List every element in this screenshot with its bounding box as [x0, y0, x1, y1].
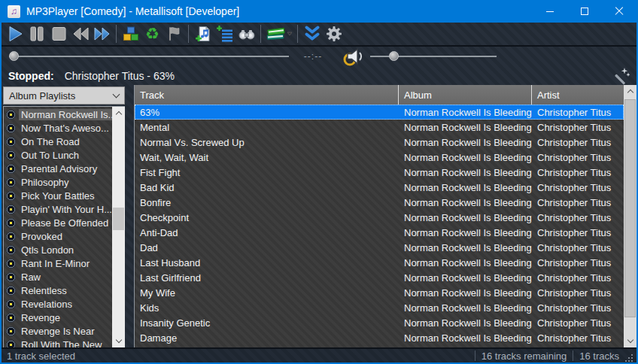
album-disc-icon	[6, 286, 16, 296]
playlist-item[interactable]: Now That's Aweso...	[4, 121, 112, 135]
playlist-item[interactable]: Playin' With Your H...	[4, 202, 112, 216]
cell-artist: Christopher Titus	[532, 257, 624, 268]
cell-artist: Christopher Titus	[532, 317, 624, 329]
column-header-track[interactable]: Track	[135, 85, 399, 105]
now-playing-bar: Stopped: Christopher Titus - 63%	[2, 66, 636, 85]
rewind-button[interactable]	[69, 23, 91, 44]
pause-button[interactable]	[26, 23, 47, 44]
scroll-down-button[interactable]	[112, 335, 125, 347]
cell-track: Checkpoint	[135, 212, 399, 223]
playlist-item[interactable]: Parental Advisory	[4, 162, 112, 175]
cell-artist: Christopher Titus	[532, 197, 624, 208]
playlist-item[interactable]: Revenge Is Near	[4, 324, 112, 338]
table-row[interactable]: Last Girlfriend Norman Rockwell Is Bleed…	[135, 270, 624, 285]
resize-grip[interactable]	[625, 354, 633, 362]
stop-button[interactable]	[47, 23, 69, 44]
playlist-type-select[interactable]: Album Playlists	[3, 86, 125, 105]
sidebar-scrollbar-thumb[interactable]	[113, 208, 124, 230]
add-track-button[interactable]	[192, 23, 214, 44]
cell-album: Norman Rockwell Is Bleeding	[399, 167, 532, 178]
playlist-item[interactable]: Raw	[4, 270, 112, 284]
add-playlist-button[interactable]	[214, 23, 235, 44]
maximize-button[interactable]	[567, 0, 602, 23]
playlist-item[interactable]: Pick Your Battles	[4, 189, 112, 202]
minimize-button[interactable]	[533, 0, 567, 23]
cell-artist: Christopher Titus	[532, 107, 624, 118]
rewind-icon	[71, 25, 90, 43]
cell-artist: Christopher Titus	[532, 167, 624, 178]
magic-wand-icon[interactable]	[610, 67, 630, 85]
cell-artist: Christopher Titus	[532, 227, 624, 238]
table-row[interactable]: Anti-Dad Norman Rockwell Is Bleeding Chr…	[135, 225, 624, 240]
table-row[interactable]: Insanity Genetic Norman Rockwell Is Blee…	[135, 315, 624, 330]
playlist-item[interactable]: Relentless	[4, 284, 112, 297]
table-row[interactable]: 63% Norman Rockwell Is Bleeding Christop…	[135, 105, 624, 120]
scroll-up-button[interactable]	[624, 85, 636, 98]
playlist-item[interactable]: Roll With The New	[4, 338, 112, 347]
scroll-down-button[interactable]	[624, 335, 636, 347]
flag-button[interactable]	[163, 23, 185, 44]
album-disc-icon	[6, 313, 16, 323]
table-row[interactable]: Wait, Wait, Wait Norman Rockwell Is Blee…	[135, 150, 624, 165]
table-row[interactable]: Mental Norman Rockwell Is Bleeding Chris…	[135, 120, 624, 135]
playlist-item[interactable]: Norman Rockwell Is...	[4, 108, 112, 121]
album-disc-icon	[6, 205, 16, 214]
cell-artist: Christopher Titus	[532, 152, 624, 163]
window-title: MP3Player [Comedy] - Metallisoft [Develo…	[26, 5, 533, 17]
playlist-item[interactable]: Revenge	[4, 311, 112, 324]
table-row[interactable]: Last Husband Norman Rockwell Is Bleeding…	[135, 255, 624, 270]
playlist-item[interactable]: Philosophy	[4, 175, 112, 189]
cell-album: Norman Rockwell Is Bleeding	[399, 137, 532, 148]
playlist-item[interactable]: On The Road	[4, 135, 112, 148]
cell-album: Norman Rockwell Is Bleeding	[399, 107, 532, 118]
sidebar-scrollbar[interactable]	[112, 107, 125, 347]
fast-forward-button[interactable]	[91, 23, 113, 44]
playlist-item[interactable]: Revelations	[4, 297, 112, 311]
time-display: --:--	[293, 51, 333, 62]
playlist-item[interactable]: Provoked	[4, 229, 112, 243]
table-row[interactable]: Fist Fight Norman Rockwell Is Bleeding C…	[135, 165, 624, 180]
library-button[interactable]	[264, 23, 294, 44]
play-button[interactable]	[4, 23, 26, 44]
collapse-all-button[interactable]	[301, 23, 323, 44]
table-scrollbar-thumb[interactable]	[624, 99, 636, 317]
table-row[interactable]: Bad Kid Norman Rockwell Is Bleeding Chri…	[135, 180, 624, 195]
playlist-item[interactable]: Qtls London	[4, 243, 112, 256]
double-chevron-down-icon	[303, 25, 321, 43]
settings-button[interactable]	[323, 23, 345, 44]
table-row[interactable]: Kids Norman Rockwell Is Bleeding Christo…	[135, 300, 624, 315]
close-button[interactable]	[602, 0, 636, 23]
refresh-button[interactable]: ♻	[141, 23, 163, 44]
now-playing-track: Christopher Titus - 63%	[65, 70, 175, 82]
search-button[interactable]	[235, 23, 257, 44]
volume-slider[interactable]	[370, 51, 497, 62]
table-row[interactable]: Dad Norman Rockwell Is Bleeding Christop…	[135, 240, 624, 255]
speaker-icon[interactable]	[343, 47, 366, 66]
seek-track[interactable]	[9, 56, 289, 57]
minimize-icon	[546, 11, 554, 12]
chevron-up-icon	[627, 89, 633, 96]
volume-thumb[interactable]	[389, 51, 399, 61]
seek-slider[interactable]	[9, 51, 289, 62]
scroll-up-button[interactable]	[112, 107, 125, 120]
media-blocks-icon	[122, 25, 140, 43]
cell-track: Mental	[135, 122, 399, 133]
playlist-item[interactable]: Rant In E-Minor	[4, 256, 112, 270]
column-header-album[interactable]: Album	[399, 85, 532, 105]
table-row[interactable]: Checkpoint Norman Rockwell Is Bleeding C…	[135, 210, 624, 225]
playlist-item[interactable]: Out To Lunch	[4, 148, 112, 162]
table-scrollbar[interactable]	[624, 85, 636, 347]
playlist-item[interactable]: Please Be Offended	[4, 216, 112, 229]
cell-album: Norman Rockwell Is Bleeding	[399, 302, 532, 314]
column-header-artist[interactable]: Artist	[532, 85, 624, 105]
table-row[interactable]: Damage Norman Rockwell Is Bleeding Chris…	[135, 330, 624, 345]
search-binoculars-icon	[238, 25, 256, 43]
transport-bar: --:--	[2, 47, 636, 66]
toolbar: ♻	[2, 23, 636, 47]
table-row[interactable]: My Wife Norman Rockwell Is Bleeding Chri…	[135, 285, 624, 300]
media-blocks-button[interactable]	[120, 23, 141, 44]
table-row[interactable]: Normal Vs. Screwed Up Norman Rockwell Is…	[135, 135, 624, 150]
cell-track: 63%	[135, 107, 399, 118]
table-row[interactable]: Bonfire Norman Rockwell Is Bleeding Chri…	[135, 195, 624, 210]
seek-thumb[interactable]	[9, 51, 19, 61]
